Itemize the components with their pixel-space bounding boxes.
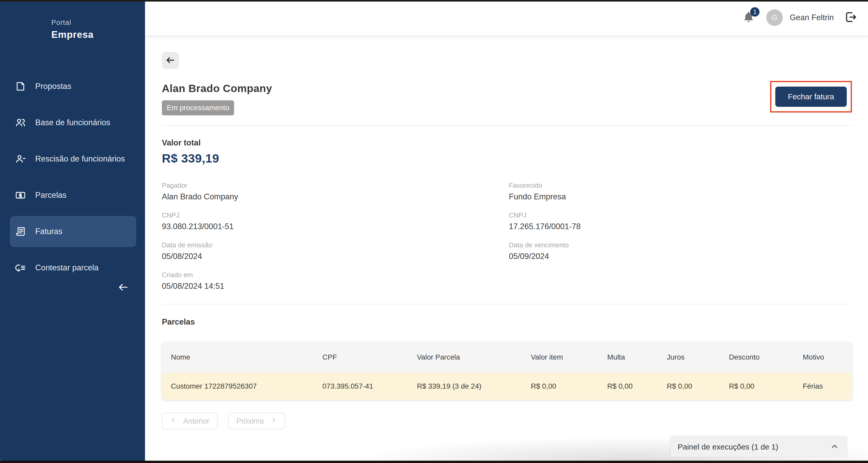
sidebar-item-base-de-funcionarios[interactable]: Base de funcionários — [10, 107, 136, 138]
fields-right-column: Favorecido Fundo Empresa CNPJ 17.265.176… — [509, 181, 852, 301]
field-favorecido: Favorecido Fundo Empresa — [509, 181, 852, 201]
invoice-icon — [14, 226, 26, 237]
document-icon — [14, 80, 26, 92]
cell-valor-parcela: R$ 339,19 (3 de 24) — [408, 382, 522, 390]
cell-multa: R$ 0,00 — [598, 382, 658, 390]
field-value: Fundo Empresa — [509, 192, 852, 201]
sidebar-item-faturas[interactable]: Faturas — [10, 216, 136, 247]
back-button[interactable] — [162, 52, 179, 69]
invoice-fields: Pagador Alan Brado Company CNPJ 93.080.2… — [162, 181, 852, 301]
executions-panel-label: Painel de execuções (1 de 1) — [678, 442, 778, 451]
field-label: Pagador — [162, 181, 509, 190]
sidebar-item-contestar-parcela[interactable]: Contestar parcela — [10, 252, 136, 283]
avatar-initial: G — [772, 14, 777, 22]
brand-company-text: Empresa — [51, 29, 93, 40]
cell-cpf: 073.395.057-41 — [313, 382, 408, 390]
field-cnpj-favorecido: CNPJ 17.265.176/0001-78 — [509, 211, 852, 231]
brand-portal-text: Portal — [51, 19, 93, 27]
sidebar: Portal Empresa Propostas Base de funcion… — [0, 0, 145, 463]
field-pagador: Pagador Alan Brado Company — [162, 181, 509, 201]
sidebar-item-propostas[interactable]: Propostas — [10, 71, 136, 102]
main-area: 1 G Gean Feltrin Alan Brado Co — [145, 0, 868, 463]
sidebar-item-parcelas[interactable]: Parcelas — [10, 180, 136, 211]
column-header: Nome — [162, 353, 313, 361]
arrow-left-icon — [118, 282, 129, 294]
field-criado-em: Criado em 05/08/2024 14:51 — [162, 271, 509, 291]
close-invoice-button[interactable]: Fechar fatura — [775, 87, 847, 107]
sidebar-collapse-button[interactable] — [116, 281, 130, 295]
page-title: Alan Brado Company — [162, 82, 272, 95]
field-value: 05/08/2024 14:51 — [162, 282, 509, 291]
notification-count-badge: 1 — [750, 7, 760, 17]
next-page-button[interactable]: Próxima — [228, 413, 285, 429]
window-top-edge — [0, 0, 868, 2]
parcelas-section-title: Parcelas — [162, 317, 852, 327]
cell-desconto: R$ 0,00 — [720, 382, 794, 390]
contest-list-icon — [14, 262, 26, 274]
person-remove-icon — [14, 153, 26, 165]
column-header: CPF — [313, 353, 408, 361]
cell-motivo: Férias — [794, 382, 852, 390]
brand-logo: Portal Empresa — [0, 19, 145, 40]
arrow-left-icon — [165, 55, 175, 66]
bell-icon — [742, 20, 755, 25]
banknote-icon — [14, 189, 26, 201]
field-data-vencimento: Data de vencimento 05/09/2024 — [509, 241, 852, 261]
parcelas-table: Nome CPF Valor Parcela Valor item Multa … — [162, 342, 852, 400]
sidebar-item-label: Parcelas — [35, 191, 67, 200]
fields-left-column: Pagador Alan Brado Company CNPJ 93.080.2… — [162, 181, 509, 301]
table-header-row: Nome CPF Valor Parcela Valor item Multa … — [162, 342, 852, 373]
user-name: Gean Feltrin — [789, 13, 834, 22]
column-header: Juros — [658, 353, 720, 361]
sidebar-item-label: Contestar parcela — [35, 263, 99, 272]
column-header: Motivo — [794, 353, 852, 361]
chevron-left-icon — [170, 417, 177, 426]
sidebar-item-label: Propostas — [35, 82, 71, 91]
logout-icon — [844, 11, 857, 25]
sidebar-item-label: Base de funcionários — [35, 118, 110, 127]
divider — [162, 304, 852, 305]
field-value: 05/08/2024 — [162, 252, 509, 261]
field-value: 17.265.176/0001-78 — [509, 222, 852, 231]
cell-nome: Customer 1722879526307 — [162, 382, 313, 390]
next-page-label: Próxima — [237, 417, 264, 426]
invoice-detail-page: Alan Brado Company Em processamento Fech… — [145, 35, 868, 463]
field-label: CNPJ — [162, 211, 509, 219]
field-label: CNPJ — [509, 211, 852, 219]
field-value: Alan Brado Company — [162, 192, 509, 201]
cell-valor-item: R$ 0,00 — [522, 382, 598, 390]
window-bottom-edge — [0, 461, 868, 463]
column-header: Desconto — [720, 353, 794, 361]
red-annotation-box: Fechar fatura — [770, 81, 852, 113]
field-value: 05/09/2024 — [509, 252, 852, 261]
column-header: Valor Parcela — [408, 353, 522, 361]
status-badge: Em processamento — [162, 100, 234, 115]
executions-panel-toggle[interactable]: Painel de execuções (1 de 1) — [671, 437, 847, 457]
sidebar-nav: Propostas Base de funcionários Rescisão … — [0, 71, 145, 283]
divider — [162, 125, 852, 126]
chevron-right-icon — [270, 417, 277, 426]
notifications-button[interactable]: 1 — [742, 10, 756, 25]
field-label: Favorecido — [509, 181, 852, 190]
previous-page-label: Anterior — [183, 417, 210, 426]
cell-juros: R$ 0,00 — [658, 382, 720, 390]
table-row[interactable]: Customer 1722879526307 073.395.057-41 R$… — [162, 373, 852, 400]
logout-button[interactable] — [844, 11, 857, 24]
field-value: 93.080.213/0001-51 — [162, 222, 509, 231]
column-header: Valor item — [522, 353, 598, 361]
field-label: Data de vencimento — [509, 241, 852, 249]
previous-page-button[interactable]: Anterior — [162, 413, 218, 429]
avatar[interactable]: G — [766, 9, 783, 26]
column-header: Multa — [598, 353, 658, 361]
people-icon — [14, 117, 26, 128]
sidebar-item-rescisao-de-funcionarios[interactable]: Rescisão de funcionários — [10, 143, 136, 174]
topbar: 1 G Gean Feltrin — [145, 0, 868, 35]
total-value: R$ 339,19 — [162, 151, 852, 165]
pagination: Anterior Próxima — [162, 413, 852, 429]
chevron-up-icon — [830, 442, 839, 452]
sidebar-item-label: Faturas — [35, 227, 62, 236]
field-data-emissao: Data de emissão 05/08/2024 — [162, 241, 509, 261]
sidebar-item-label: Rescisão de funcionários — [35, 154, 125, 164]
field-cnpj-pagador: CNPJ 93.080.213/0001-51 — [162, 211, 509, 231]
total-label: Valor total — [162, 138, 852, 147]
